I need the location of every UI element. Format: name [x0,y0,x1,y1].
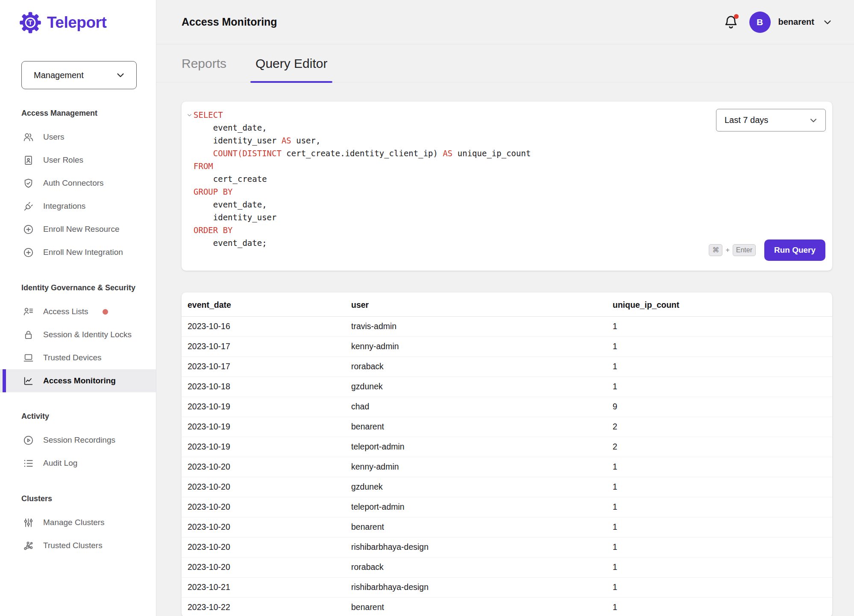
table-row: 2023-10-20roraback1 [182,558,832,578]
svg-text:T: T [29,19,32,26]
sidebar-item-access-monitoring[interactable]: Access Monitoring [0,369,156,392]
table-row: 2023-10-22benarent1 [182,598,832,616]
cell-user: teleport-admin [345,437,607,457]
table-row: 2023-10-20rishibarbhaya-design1 [182,537,832,558]
code-line: event_date, [194,121,691,134]
cell-event-date: 2023-10-21 [182,578,345,598]
content: SELECT event_date, identity_user AS user… [156,82,854,616]
notifications-button[interactable] [723,14,739,30]
teleport-gear-icon: T [19,11,42,34]
sidebar-item-label: Trusted Devices [43,353,102,362]
sidebar-item-label: Session & Identity Locks [43,330,132,339]
sidebar-nav: Access ManagementUsersUser RolesAuth Con… [0,109,156,557]
cell-unique-ip-count: 1 [607,377,832,397]
network-icon [23,540,34,552]
sidebar-item-label: User Roles [43,155,83,165]
avatar: B [749,12,771,33]
sidebar-item-user-roles[interactable]: User Roles [0,149,156,172]
fold-toggle-icon[interactable] [187,112,192,118]
cell-user: rishibarbhaya-design [345,578,607,598]
sidebar-item-integrations[interactable]: Integrations [0,195,156,218]
run-query-button[interactable]: Run Query [764,239,825,261]
table-row: 2023-10-21rishibarbhaya-design1 [182,578,832,598]
cell-event-date: 2023-10-20 [182,537,345,558]
cell-unique-ip-count: 1 [607,357,832,377]
plug-icon [23,201,34,212]
results-table: event_dateuserunique_ip_count 2023-10-16… [182,292,832,616]
sidebar-item-session-recordings[interactable]: Session Recordings [0,429,156,452]
sidebar-item-label: Auth Connectors [43,178,104,188]
page-title: Access Monitoring [182,16,277,28]
sidebar-item-audit-log[interactable]: Audit Log [0,452,156,475]
cell-unique-ip-count: 1 [607,598,832,616]
cell-unique-ip-count: 1 [607,457,832,477]
sidebar-item-auth-connectors[interactable]: Auth Connectors [0,172,156,195]
plus-circle-icon [23,247,34,258]
cell-user: travis-admin [345,317,607,337]
sql-code-editor[interactable]: SELECT event_date, identity_user AS user… [187,108,691,234]
sidebar-item-label: Audit Log [43,458,77,468]
cell-event-date: 2023-10-19 [182,397,345,417]
cell-user: benarent [345,417,607,437]
laptop-icon [23,352,34,364]
cell-user: teleport-admin [345,497,607,517]
enter-key-hint: Enter [733,244,756,256]
table-row: 2023-10-18gzdunek1 [182,377,832,397]
cell-user: benarent [345,598,607,616]
time-range-select[interactable]: Last 7 days [716,109,826,131]
cell-user: roraback [345,558,607,578]
table-row: 2023-10-17kenny-admin1 [182,337,832,357]
column-header-user: user [345,292,607,317]
cell-unique-ip-count: 1 [607,517,832,537]
sidebar-item-enroll-new-integration[interactable]: Enroll New Integration [0,241,156,264]
tab-reports[interactable]: Reports [176,56,232,82]
topbar: Access Monitoring B benarent [156,0,854,44]
cell-event-date: 2023-10-22 [182,598,345,616]
cell-user: roraback [345,357,607,377]
column-header-unique-ip-count: unique_ip_count [607,292,832,317]
cell-user: gzdunek [345,377,607,397]
sidebar-section-title: Identity Governance & Security [0,283,156,292]
sidebar-item-trusted-clusters[interactable]: Trusted Clusters [0,534,156,557]
tab-query-editor[interactable]: Query Editor [250,56,332,82]
sidebar-item-access-lists[interactable]: Access Lists [0,300,156,323]
cell-user: chad [345,397,607,417]
users-icon [23,131,34,143]
results-table-card: event_dateuserunique_ip_count 2023-10-16… [182,292,832,616]
code-line: FROM [194,160,691,172]
cell-unique-ip-count: 1 [607,537,832,558]
sidebar-item-label: Enroll New Resource [43,225,119,234]
sidebar-section-title: Activity [0,412,156,421]
notification-dot [103,309,108,315]
sidebar-item-label: Access Monitoring [43,376,116,385]
cell-user: rishibarbhaya-design [345,537,607,558]
sidebar-section-title: Access Management [0,109,156,118]
sidebar-item-label: Manage Clusters [43,518,105,527]
teleport-logo[interactable]: T Teleport [0,0,156,34]
cell-unique-ip-count: 1 [607,558,832,578]
sidebar-item-manage-clusters[interactable]: Manage Clusters [0,511,156,534]
cell-event-date: 2023-10-20 [182,558,345,578]
cell-unique-ip-count: 1 [607,337,832,357]
table-row: 2023-10-17roraback1 [182,357,832,377]
brand-name: Teleport [47,14,106,32]
sliders-icon [23,517,34,528]
code-line: SELECT [194,108,691,121]
chevron-down-icon [115,70,126,81]
sidebar-item-label: Access Lists [43,307,88,316]
sidebar-item-trusted-devices[interactable]: Trusted Devices [0,346,156,369]
user-menu[interactable]: B benarent [749,12,833,33]
cell-event-date: 2023-10-18 [182,377,345,397]
lock-icon [23,329,34,341]
notification-badge-dot [734,14,739,19]
table-row: 2023-10-16travis-admin1 [182,317,832,337]
cmd-key-hint: ⌘ [709,244,722,256]
sidebar-item-session-identity-locks[interactable]: Session & Identity Locks [0,323,156,346]
table-row: 2023-10-20kenny-admin1 [182,457,832,477]
sidebar-item-enroll-new-resource[interactable]: Enroll New Resource [0,218,156,241]
cell-event-date: 2023-10-20 [182,497,345,517]
workspace-selector[interactable]: Management [21,61,137,89]
table-row: 2023-10-20gzdunek1 [182,477,832,497]
tabs-row: ReportsQuery Editor [156,44,854,82]
sidebar-item-users[interactable]: Users [0,126,156,149]
